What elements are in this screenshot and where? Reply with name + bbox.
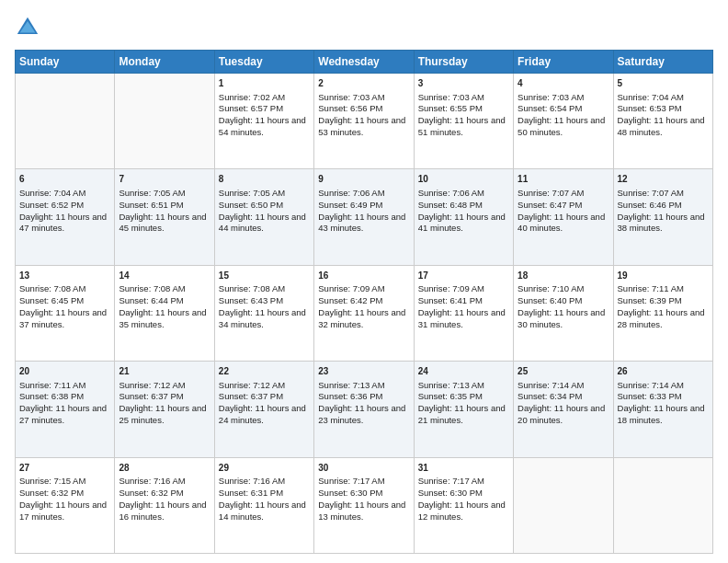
sunrise-text: Sunrise: 7:11 AM	[19, 380, 85, 390]
calendar-week-row: 20Sunrise: 7:11 AMSunset: 6:38 PMDayligh…	[16, 362, 713, 457]
calendar-cell: 6Sunrise: 7:04 AMSunset: 6:52 PMDaylight…	[16, 169, 115, 265]
sunrise-text: Sunrise: 7:14 AM	[518, 380, 584, 390]
sunrise-text: Sunrise: 7:08 AM	[19, 283, 85, 293]
day-number: 27	[19, 462, 110, 475]
sunrise-text: Sunrise: 7:08 AM	[219, 283, 285, 293]
calendar-cell: 4Sunrise: 7:03 AMSunset: 6:54 PMDaylight…	[514, 74, 613, 169]
sunrise-text: Sunrise: 7:12 AM	[119, 380, 185, 390]
daylight-text: Daylight: 11 hours and 47 minutes.	[19, 212, 107, 234]
sunrise-text: Sunrise: 7:04 AM	[618, 92, 684, 102]
sunrise-text: Sunrise: 7:11 AM	[618, 283, 684, 293]
day-header-saturday: Saturday	[613, 51, 712, 74]
daylight-text: Daylight: 11 hours and 44 minutes.	[219, 212, 306, 234]
logo-icon	[15, 15, 40, 40]
calendar-cell: 18Sunrise: 7:10 AMSunset: 6:40 PMDayligh…	[514, 265, 613, 361]
sunset-text: Sunset: 6:52 PM	[19, 200, 84, 210]
sunrise-text: Sunrise: 7:17 AM	[318, 476, 384, 486]
daylight-text: Daylight: 11 hours and 53 minutes.	[318, 115, 405, 137]
sunrise-text: Sunrise: 7:03 AM	[418, 92, 484, 102]
sunset-text: Sunset: 6:55 PM	[418, 103, 483, 113]
day-number: 23	[318, 365, 409, 378]
sunrise-text: Sunrise: 7:09 AM	[418, 283, 484, 293]
sunset-text: Sunset: 6:33 PM	[618, 391, 682, 401]
sunset-text: Sunset: 6:32 PM	[119, 488, 183, 498]
calendar: SundayMondayTuesdayWednesdayThursdayFrid…	[15, 50, 713, 554]
sunrise-text: Sunrise: 7:16 AM	[219, 476, 285, 486]
sunrise-text: Sunrise: 7:03 AM	[518, 92, 584, 102]
sunrise-text: Sunrise: 7:09 AM	[318, 283, 384, 293]
daylight-text: Daylight: 11 hours and 30 minutes.	[518, 307, 605, 329]
calendar-week-row: 27Sunrise: 7:15 AMSunset: 6:32 PMDayligh…	[16, 457, 713, 553]
sunset-text: Sunset: 6:42 PM	[318, 295, 382, 305]
sunset-text: Sunset: 6:37 PM	[119, 391, 183, 401]
day-header-friday: Friday	[514, 51, 613, 74]
calendar-cell: 23Sunrise: 7:13 AMSunset: 6:36 PMDayligh…	[314, 362, 414, 457]
calendar-cell: 26Sunrise: 7:14 AMSunset: 6:33 PMDayligh…	[613, 362, 712, 457]
day-header-wednesday: Wednesday	[314, 51, 414, 74]
sunrise-text: Sunrise: 7:16 AM	[119, 476, 185, 486]
calendar-cell: 31Sunrise: 7:17 AMSunset: 6:30 PMDayligh…	[414, 457, 513, 553]
calendar-cell: 13Sunrise: 7:08 AMSunset: 6:45 PMDayligh…	[16, 265, 115, 361]
sunset-text: Sunset: 6:31 PM	[219, 488, 283, 498]
sunset-text: Sunset: 6:30 PM	[418, 488, 483, 498]
calendar-cell: 21Sunrise: 7:12 AMSunset: 6:37 PMDayligh…	[115, 362, 214, 457]
day-number: 29	[219, 462, 310, 475]
daylight-text: Daylight: 11 hours and 35 minutes.	[119, 307, 206, 329]
calendar-cell: 14Sunrise: 7:08 AMSunset: 6:44 PMDayligh…	[115, 265, 214, 361]
sunset-text: Sunset: 6:34 PM	[518, 391, 582, 401]
sunset-text: Sunset: 6:41 PM	[418, 295, 483, 305]
calendar-cell: 17Sunrise: 7:09 AMSunset: 6:41 PMDayligh…	[414, 265, 513, 361]
day-number: 5	[618, 77, 709, 90]
sunrise-text: Sunrise: 7:07 AM	[518, 188, 584, 198]
sunset-text: Sunset: 6:47 PM	[518, 200, 582, 210]
calendar-cell: 27Sunrise: 7:15 AMSunset: 6:32 PMDayligh…	[16, 457, 115, 553]
sunset-text: Sunset: 6:48 PM	[418, 200, 483, 210]
day-number: 15	[219, 270, 310, 282]
calendar-cell: 22Sunrise: 7:12 AMSunset: 6:37 PMDayligh…	[214, 362, 313, 457]
sunset-text: Sunset: 6:49 PM	[318, 200, 382, 210]
calendar-week-row: 13Sunrise: 7:08 AMSunset: 6:45 PMDayligh…	[16, 265, 713, 361]
calendar-week-row: 1Sunrise: 7:02 AMSunset: 6:57 PMDaylight…	[16, 74, 713, 169]
day-number: 25	[518, 365, 609, 378]
day-header-monday: Monday	[115, 51, 214, 74]
day-number: 30	[318, 462, 409, 475]
sunrise-text: Sunrise: 7:14 AM	[618, 380, 684, 390]
daylight-text: Daylight: 11 hours and 41 minutes.	[418, 212, 506, 234]
sunrise-text: Sunrise: 7:13 AM	[418, 380, 484, 390]
day-number: 20	[19, 365, 110, 378]
sunrise-text: Sunrise: 7:08 AM	[119, 283, 185, 293]
daylight-text: Daylight: 11 hours and 40 minutes.	[518, 212, 605, 234]
daylight-text: Daylight: 11 hours and 20 minutes.	[518, 403, 605, 425]
calendar-cell: 25Sunrise: 7:14 AMSunset: 6:34 PMDayligh…	[514, 362, 613, 457]
daylight-text: Daylight: 11 hours and 48 minutes.	[618, 115, 705, 137]
day-number: 31	[418, 462, 509, 475]
sunset-text: Sunset: 6:50 PM	[219, 200, 283, 210]
sunset-text: Sunset: 6:43 PM	[219, 295, 283, 305]
sunset-text: Sunset: 6:37 PM	[219, 391, 283, 401]
sunset-text: Sunset: 6:39 PM	[618, 295, 682, 305]
daylight-text: Daylight: 11 hours and 27 minutes.	[19, 403, 107, 425]
day-header-sunday: Sunday	[16, 51, 115, 74]
daylight-text: Daylight: 11 hours and 45 minutes.	[119, 212, 206, 234]
day-number: 2	[318, 77, 409, 90]
day-number: 6	[19, 173, 110, 186]
daylight-text: Daylight: 11 hours and 18 minutes.	[618, 403, 705, 425]
sunrise-text: Sunrise: 7:17 AM	[418, 476, 484, 486]
day-number: 10	[418, 173, 509, 186]
day-number: 19	[618, 270, 709, 282]
sunset-text: Sunset: 6:36 PM	[318, 391, 382, 401]
sunset-text: Sunset: 6:46 PM	[618, 200, 682, 210]
calendar-cell	[115, 74, 214, 169]
daylight-text: Daylight: 11 hours and 25 minutes.	[119, 403, 206, 425]
day-number: 7	[119, 173, 210, 186]
daylight-text: Daylight: 11 hours and 34 minutes.	[219, 307, 306, 329]
calendar-cell	[613, 457, 712, 553]
daylight-text: Daylight: 11 hours and 32 minutes.	[318, 307, 405, 329]
day-number: 28	[119, 462, 210, 475]
daylight-text: Daylight: 11 hours and 14 minutes.	[219, 500, 306, 522]
sunrise-text: Sunrise: 7:10 AM	[518, 283, 584, 293]
sunrise-text: Sunrise: 7:04 AM	[19, 188, 85, 198]
sunset-text: Sunset: 6:56 PM	[318, 103, 382, 113]
daylight-text: Daylight: 11 hours and 37 minutes.	[19, 307, 107, 329]
daylight-text: Daylight: 11 hours and 13 minutes.	[318, 500, 405, 522]
